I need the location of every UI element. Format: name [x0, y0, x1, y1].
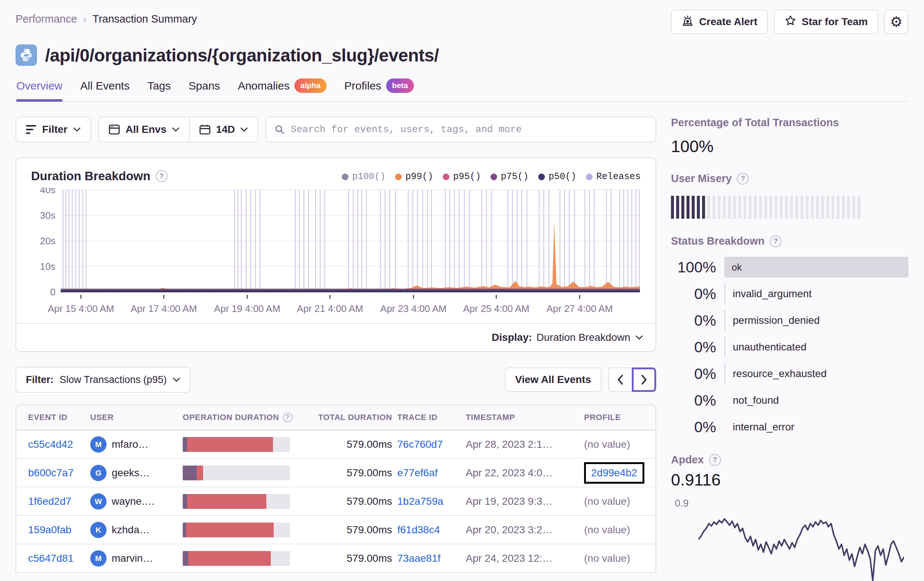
previous-page-button[interactable] [608, 367, 632, 392]
misery-tick [723, 196, 726, 219]
settings-button[interactable]: ⚙ [884, 10, 909, 34]
misery-tick [733, 196, 736, 219]
search-input[interactable] [291, 124, 647, 135]
environment-selector[interactable]: All Envs [99, 117, 189, 142]
profile-link[interactable]: 2d99e4b2 [591, 467, 637, 478]
tab-all-events[interactable]: All Events [80, 78, 129, 101]
timestamp-value: Apr 24, 2023 12:… [466, 553, 553, 564]
avatar: M [90, 550, 107, 566]
misery-tick [842, 196, 845, 219]
status-percent: 0% [671, 419, 716, 436]
beta-badge: beta [386, 78, 414, 93]
trace-id-link[interactable]: 76c760d7 [397, 439, 443, 450]
column-header-label: TIMESTAMP [466, 413, 515, 422]
breadcrumb-performance[interactable]: Performance [15, 13, 77, 25]
trace-id-link[interactable]: 1b2a759a [397, 495, 444, 507]
status-label: permission_denied [724, 310, 909, 331]
operation-duration-bar [183, 465, 290, 480]
duration-breakdown-chart: 40s30s20s10s0Apr 15 4:00 AMApr 17 4:00 A… [16, 185, 655, 316]
event-id-link[interactable]: 1f6ed2d7 [28, 495, 71, 507]
slow-transactions-filter[interactable]: Filter: Slow Transactions (p95) [15, 367, 190, 392]
chart-legend: p100()p99()p95()p75()p50()Releases [342, 169, 641, 182]
status-percent: 0% [671, 312, 716, 329]
tab-spans[interactable]: Spans [189, 78, 220, 101]
help-icon[interactable]: ? [737, 173, 749, 185]
timestamp-cell: Apr 22, 2023 4:0… [466, 467, 584, 479]
user-name: marvin… [112, 553, 153, 564]
avatar: G [90, 465, 107, 481]
event-id-link[interactable]: c5647d81 [28, 553, 74, 564]
event-id-link[interactable]: b600c7a7 [28, 467, 74, 478]
create-alert-button[interactable]: Create Alert [671, 10, 768, 34]
legend-item-p75[interactable]: p75() [490, 171, 529, 182]
event-id-cell: c5647d81 [16, 553, 90, 564]
misery-tick [821, 196, 824, 219]
svg-text:Apr 15 4:00 AM: Apr 15 4:00 AM [48, 303, 114, 314]
star-for-team-button[interactable]: Star for Team [774, 10, 878, 34]
next-page-button[interactable] [632, 367, 656, 392]
column-header-trace-id[interactable]: TRACE ID [397, 413, 466, 422]
legend-item-p99[interactable]: p99() [395, 171, 433, 182]
misery-tick [857, 196, 860, 219]
legend-dot [342, 174, 348, 180]
help-icon[interactable]: ? [770, 235, 782, 247]
user-cell: Mmfaro… [90, 436, 183, 453]
help-icon[interactable]: ? [709, 454, 721, 466]
legend-item-p50[interactable]: p50() [538, 171, 576, 182]
bar-segment-purple [183, 523, 186, 537]
table-row: c5647d81Mmarvin…579.00ms73aae81fApr 24, … [16, 545, 655, 573]
column-header-label: TOTAL DURATION [318, 413, 392, 422]
filter-dropdown[interactable]: Filter [15, 117, 91, 142]
misery-tick [832, 196, 835, 219]
tab-tags[interactable]: Tags [147, 78, 170, 101]
filter-icon [26, 125, 36, 134]
main-column: Filter All Envs 14D [15, 117, 656, 581]
display-dropdown[interactable]: Duration Breakdown [536, 331, 643, 343]
event-id-cell: b600c7a7 [16, 467, 90, 479]
help-icon[interactable]: ? [156, 170, 168, 182]
trace-id-link[interactable]: e77ef6af [397, 467, 437, 478]
tab-overview[interactable]: Overview [16, 78, 63, 101]
legend-item-p100[interactable]: p100() [342, 171, 385, 182]
view-all-events-button[interactable]: View All Events [505, 367, 601, 392]
events-table: EVENT IDUSEROPERATION DURATION?TOTAL DUR… [15, 404, 656, 573]
tab-profiles[interactable]: Profilesbeta [344, 78, 414, 101]
misery-tick [676, 196, 679, 219]
status-percent: 0% [671, 285, 716, 303]
date-range-selector[interactable]: 14D [189, 117, 257, 142]
misery-tick [795, 196, 798, 219]
event-id-link[interactable]: c55c4d42 [28, 439, 73, 450]
column-header-profile[interactable]: PROFILE [584, 413, 655, 422]
trace-id-link[interactable]: 73aae81f [397, 553, 441, 564]
misery-tick [790, 196, 793, 219]
column-header-total-duration[interactable]: TOTAL DURATION [314, 413, 397, 422]
column-header-event-id[interactable]: EVENT ID [16, 413, 90, 422]
column-header-user[interactable]: USER [90, 413, 183, 422]
help-icon[interactable]: ? [283, 413, 293, 422]
trace-id-link[interactable]: f61d38c4 [397, 524, 440, 535]
events-toolbar: Filter: Slow Transactions (p95) View All… [15, 367, 656, 392]
legend-dot [538, 174, 545, 180]
misery-tick [754, 196, 757, 219]
date-range-label: 14D [216, 124, 235, 136]
avatar: K [90, 522, 107, 538]
misery-tick [744, 196, 746, 219]
status-breakdown-title: Status Breakdown [671, 235, 765, 247]
operation-duration-cell [183, 437, 314, 452]
svg-text:Apr 17 4:00 AM: Apr 17 4:00 AM [130, 303, 197, 314]
event-id-link[interactable]: 159a0fab [28, 524, 71, 535]
bar-segment-purple [183, 465, 197, 480]
event-id-cell: 159a0fab [16, 524, 90, 536]
legend-item-Releases[interactable]: Releases [586, 171, 641, 182]
svg-text:40s: 40s [40, 188, 56, 195]
misery-tick [759, 196, 762, 219]
column-header-timestamp[interactable]: TIMESTAMP [466, 413, 584, 422]
tab-anomalies[interactable]: Anomaliesalpha [238, 78, 327, 101]
column-header-operation-duration[interactable]: OPERATION DURATION? [183, 413, 314, 422]
chevron-left-icon [617, 374, 624, 385]
misery-tick [816, 196, 819, 219]
apdex-chart: 0.9 0.8 [671, 495, 909, 581]
legend-item-p95[interactable]: p95() [443, 171, 481, 182]
column-header-label: PROFILE [584, 413, 621, 422]
bar-segment-red [188, 551, 271, 566]
